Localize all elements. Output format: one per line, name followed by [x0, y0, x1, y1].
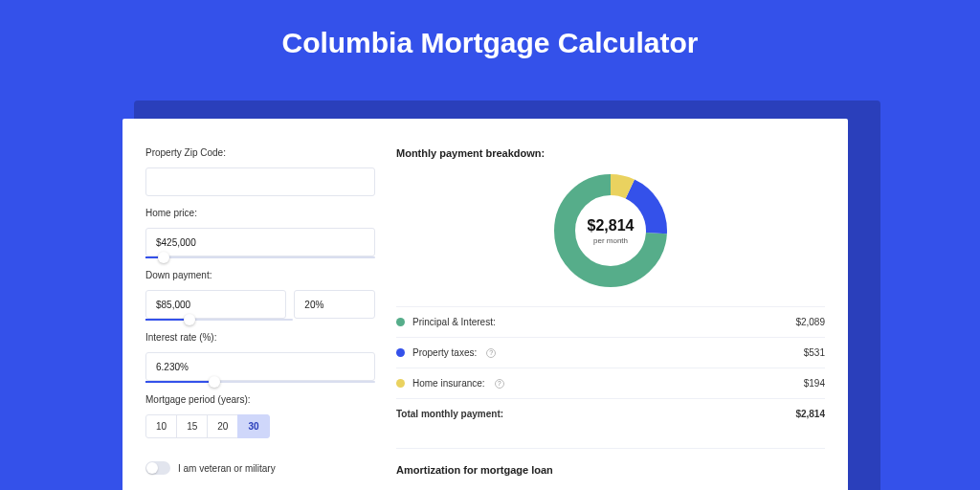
- donut-amount: $2,814: [588, 217, 635, 234]
- interest-rate-label: Interest rate (%):: [145, 332, 375, 343]
- zip-label: Property Zip Code:: [145, 147, 375, 158]
- donut-chart: $2,814 per month: [552, 172, 669, 289]
- legend: Principal & Interest: $2,089 Property ta…: [396, 306, 825, 429]
- period-option-10[interactable]: 10: [145, 414, 177, 438]
- legend-row-total: Total monthly payment: $2,814: [396, 399, 825, 429]
- total-label: Total monthly payment:: [396, 409, 503, 419]
- legend-row-principal: Principal & Interest: $2,089: [396, 307, 825, 338]
- down-payment-amount-input[interactable]: [145, 290, 286, 319]
- mortgage-period-group: 10 15 20 30: [145, 414, 375, 438]
- veteran-toggle[interactable]: [145, 461, 170, 475]
- slider-thumb[interactable]: [209, 376, 220, 388]
- legend-label: Property taxes:: [412, 347, 477, 358]
- legend-row-insurance: Home insurance: ? $194: [396, 368, 825, 399]
- amortization-section: Amortization for mortgage loan Amortizat…: [396, 448, 825, 490]
- slider-thumb[interactable]: [158, 252, 169, 263]
- breakdown-title: Monthly payment breakdown:: [396, 147, 825, 159]
- veteran-label: I am veteran or military: [178, 463, 276, 474]
- dot-icon: [396, 348, 405, 357]
- donut-sub: per month: [588, 236, 635, 245]
- help-icon[interactable]: ?: [486, 348, 496, 358]
- legend-value: $531: [804, 347, 825, 358]
- period-option-20[interactable]: 20: [207, 414, 238, 438]
- dot-icon: [396, 318, 405, 326]
- home-price-label: Home price:: [145, 208, 375, 218]
- legend-value: $194: [804, 378, 825, 389]
- legend-label: Principal & Interest:: [412, 317, 496, 327]
- calculator-card: Property Zip Code: Home price: Down paym…: [122, 119, 848, 490]
- home-price-input[interactable]: [145, 228, 375, 256]
- interest-rate-slider[interactable]: [145, 381, 375, 383]
- slider-thumb[interactable]: [184, 314, 195, 325]
- down-payment-slider[interactable]: [145, 319, 293, 321]
- down-payment-percent-input[interactable]: [294, 290, 375, 319]
- period-option-30[interactable]: 30: [237, 414, 269, 438]
- legend-value: $2,089: [795, 317, 825, 327]
- down-payment-label: Down payment:: [145, 270, 375, 280]
- dot-icon: [396, 379, 405, 388]
- breakdown-column: Monthly payment breakdown: $2,814 per mo…: [396, 147, 825, 490]
- zip-input[interactable]: [145, 167, 375, 196]
- help-icon[interactable]: ?: [495, 379, 504, 389]
- interest-rate-input[interactable]: [145, 352, 375, 381]
- mortgage-period-label: Mortgage period (years):: [145, 394, 375, 405]
- total-value: $2,814: [795, 409, 825, 419]
- period-option-15[interactable]: 15: [176, 414, 208, 438]
- home-price-slider[interactable]: [145, 256, 375, 258]
- legend-label: Home insurance:: [412, 378, 485, 389]
- amortization-title: Amortization for mortgage loan: [396, 464, 825, 476]
- legend-row-taxes: Property taxes: ? $531: [396, 338, 825, 368]
- page-title: Columbia Mortgage Calculator: [0, 0, 980, 77]
- form-column: Property Zip Code: Home price: Down paym…: [145, 147, 375, 490]
